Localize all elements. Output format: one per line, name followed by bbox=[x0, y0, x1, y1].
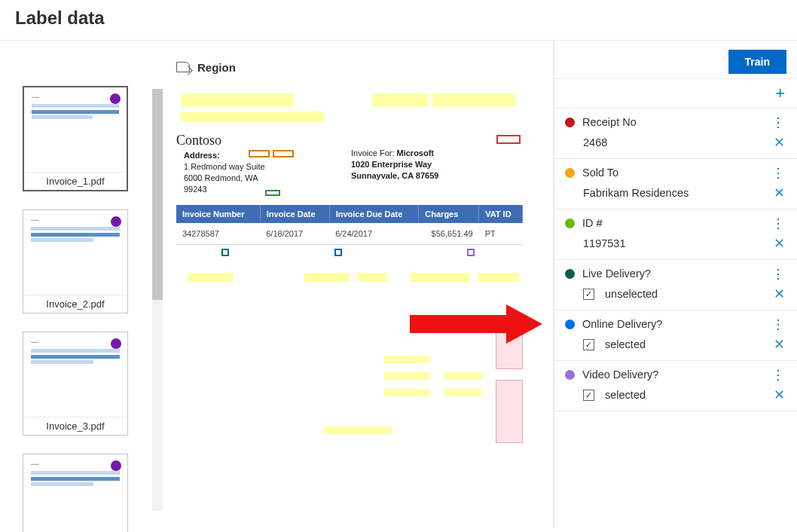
clear-icon[interactable]: ✕ bbox=[774, 186, 785, 200]
page-title: Label data bbox=[0, 0, 797, 41]
label-value: selected bbox=[605, 338, 766, 350]
label-value-row: ✓ selected ✕ bbox=[554, 335, 797, 360]
address-line: 6000 Redmond, WA bbox=[184, 173, 258, 182]
address-label: Address: bbox=[184, 151, 220, 160]
thumbnail-card[interactable]: ▪▪▪▪▪▪ Invoice_2.pdf bbox=[23, 209, 128, 313]
address-line: 1 Redmond way Suite bbox=[184, 162, 265, 171]
label-item: Video Delivery? ⋯ ✓ selected ✕ bbox=[554, 361, 797, 411]
cell: 34278587 bbox=[176, 223, 260, 245]
label-item: ID # ⋯ 1197531 ✕ bbox=[554, 209, 797, 260]
color-swatch bbox=[565, 269, 575, 279]
thumbnail-name: Invoice_3.pdf bbox=[23, 417, 127, 435]
clear-icon[interactable]: ✕ bbox=[774, 136, 785, 149]
label-item: Sold To ⋯ Fabrikam Residences ✕ bbox=[554, 159, 797, 209]
label-name: Video Delivery? bbox=[582, 368, 765, 381]
label-header[interactable]: Online Delivery? ⋯ bbox=[554, 310, 797, 335]
label-name: Sold To bbox=[582, 167, 765, 179]
label-header[interactable]: ID # ⋯ bbox=[554, 209, 797, 234]
col-header: Invoice Number bbox=[176, 205, 260, 223]
invoice-for-line: 1020 Enterprise Way bbox=[351, 160, 432, 169]
cell: $56,651.49 bbox=[419, 223, 479, 245]
thumbnail-card[interactable]: ▪▪▪▪▪▪ Invoice_4.pdf bbox=[23, 454, 128, 532]
invoice-for-label: Invoice For: bbox=[351, 148, 394, 157]
label-value-row: ✓ selected ✕ bbox=[554, 385, 797, 411]
doc-address: Address: 1 Redmond way Suite 6000 Redmon… bbox=[184, 150, 265, 194]
label-header[interactable]: Video Delivery? ⋯ bbox=[554, 361, 797, 385]
label-name: Online Delivery? bbox=[582, 318, 765, 330]
thumbnail-card[interactable]: ▪▪▪▪▪▪ Invoice_3.pdf bbox=[23, 332, 128, 436]
clear-icon[interactable]: ✕ bbox=[774, 338, 785, 351]
label-value-row: Fabrikam Residences ✕ bbox=[554, 183, 797, 209]
more-icon[interactable]: ⋯ bbox=[774, 318, 784, 330]
label-item: Online Delivery? ⋯ ✓ selected ✕ bbox=[554, 310, 797, 361]
address-line: 99243 bbox=[184, 185, 207, 194]
col-header: Invoice Date bbox=[260, 205, 329, 223]
col-header: VAT ID bbox=[479, 205, 523, 223]
thumbnail-image: ▪▪▪▪▪▪ bbox=[23, 210, 127, 295]
doc-company: Contoso bbox=[176, 133, 221, 148]
thumbnail-sidebar: ▪▪▪▪▪▪ Invoice_1.pdf ▪▪▪▪▪▪ Invoice_2.pd… bbox=[0, 41, 166, 527]
clear-icon[interactable]: ✕ bbox=[774, 388, 785, 402]
more-icon[interactable]: ⋯ bbox=[774, 268, 784, 280]
col-header: Invoice Due Date bbox=[329, 205, 419, 223]
labels-panel: Train + Receipt No ⋯ 2468 ✕ Sold To ⋯ Fa… bbox=[554, 41, 797, 527]
more-icon[interactable]: ⋯ bbox=[774, 368, 784, 381]
label-item: Live Delivery? ⋯ ✓ unselected ✕ bbox=[554, 260, 797, 310]
region-icon[interactable] bbox=[176, 62, 190, 72]
thumbnail-image: ▪▪▪▪▪▪ bbox=[24, 87, 127, 172]
cell: PT bbox=[479, 223, 523, 245]
color-swatch bbox=[565, 118, 575, 127]
label-value: unselected bbox=[605, 288, 766, 300]
color-swatch bbox=[565, 168, 575, 178]
add-label-icon[interactable]: + bbox=[775, 85, 785, 102]
train-button[interactable]: Train bbox=[728, 50, 786, 74]
add-label-row: + bbox=[554, 78, 797, 109]
more-icon[interactable]: ⋯ bbox=[774, 116, 784, 128]
clear-icon[interactable]: ✕ bbox=[774, 287, 785, 301]
cell: 6/18/2017 bbox=[260, 223, 329, 245]
checkbox-icon: ✓ bbox=[583, 390, 594, 401]
color-swatch bbox=[565, 219, 575, 228]
status-dot-icon bbox=[111, 460, 121, 471]
label-value: 1197531 bbox=[583, 237, 766, 249]
label-header[interactable]: Sold To ⋯ bbox=[554, 159, 797, 183]
scrollbar-thumb[interactable] bbox=[152, 89, 163, 300]
col-header: Charges bbox=[419, 205, 479, 223]
label-header[interactable]: Live Delivery? ⋯ bbox=[554, 260, 797, 284]
checkbox-icon: ✓ bbox=[583, 339, 594, 350]
color-swatch bbox=[565, 370, 575, 380]
label-name: ID # bbox=[582, 217, 765, 229]
more-icon[interactable]: ⋯ bbox=[774, 167, 784, 179]
label-value-row: ✓ unselected ✕ bbox=[554, 284, 797, 310]
label-value: 2468 bbox=[583, 136, 766, 148]
checkbox-icon: ✓ bbox=[583, 289, 594, 300]
invoice-table: Invoice Number Invoice Date Invoice Due … bbox=[176, 205, 523, 245]
color-swatch bbox=[565, 320, 575, 329]
scrollbar-track[interactable] bbox=[152, 89, 163, 511]
thumbnail-image: ▪▪▪▪▪▪ bbox=[23, 332, 127, 417]
invoice-for-line: Sunnayvale, CA 87659 bbox=[351, 171, 438, 180]
thumbnail-image: ▪▪▪▪▪▪ bbox=[23, 454, 127, 532]
label-value: selected bbox=[605, 389, 766, 401]
clear-icon[interactable]: ✕ bbox=[774, 237, 785, 250]
document-canvas[interactable]: Region bbox=[166, 41, 554, 527]
status-dot-icon bbox=[110, 93, 121, 104]
invoice-for-line: Microsoft bbox=[397, 148, 435, 157]
doc-invoice-for: Invoice For: Microsoft 1020 Enterprise W… bbox=[351, 148, 438, 182]
label-name: Receipt No bbox=[582, 116, 765, 128]
status-dot-icon bbox=[111, 216, 121, 227]
label-value-row: 2468 ✕ bbox=[554, 133, 797, 158]
thumbnail-name: Invoice_1.pdf bbox=[24, 172, 127, 190]
canvas-toolbar: Region bbox=[176, 54, 542, 80]
label-value: Fabrikam Residences bbox=[583, 187, 766, 199]
cell: 6/24/2017 bbox=[329, 223, 419, 245]
label-item: Receipt No ⋯ 2468 ✕ bbox=[554, 109, 797, 159]
document-preview[interactable]: Contoso Address: 1 Redmond way Suite 600… bbox=[176, 93, 542, 485]
label-header[interactable]: Receipt No ⋯ bbox=[554, 109, 797, 133]
more-icon[interactable]: ⋯ bbox=[774, 217, 784, 229]
region-label[interactable]: Region bbox=[197, 61, 236, 74]
thumbnail-card[interactable]: ▪▪▪▪▪▪ Invoice_1.pdf bbox=[23, 86, 128, 191]
thumbnail-name: Invoice_2.pdf bbox=[23, 295, 127, 313]
label-value-row: 1197531 ✕ bbox=[554, 234, 797, 259]
status-dot-icon bbox=[111, 338, 121, 349]
